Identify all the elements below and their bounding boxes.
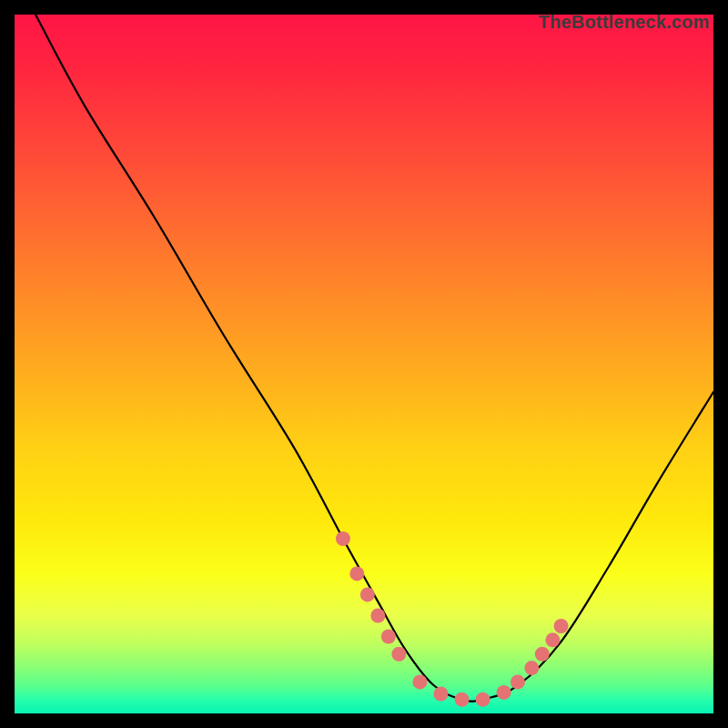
highlight-marker	[455, 693, 470, 707]
highlight-marker	[370, 608, 385, 622]
highlight-marker	[381, 630, 396, 644]
highlight-markers	[336, 531, 569, 707]
highlight-marker	[524, 661, 539, 675]
highlight-marker	[545, 632, 560, 647]
highlight-marker	[360, 587, 375, 602]
bottleneck-curve	[35, 15, 713, 702]
chart-frame: TheBottleneck.com	[15, 15, 713, 713]
highlight-marker	[511, 674, 525, 689]
chart-svg	[15, 15, 713, 713]
highlight-marker	[535, 647, 550, 662]
highlight-marker	[476, 693, 490, 707]
highlight-marker	[349, 566, 364, 581]
highlight-marker	[336, 531, 350, 546]
highlight-marker	[433, 686, 448, 701]
highlight-marker	[554, 619, 569, 633]
highlight-marker	[497, 685, 511, 700]
watermark-label: TheBottleneck.com	[539, 12, 710, 33]
highlight-marker	[391, 647, 406, 662]
highlight-marker	[412, 674, 427, 689]
